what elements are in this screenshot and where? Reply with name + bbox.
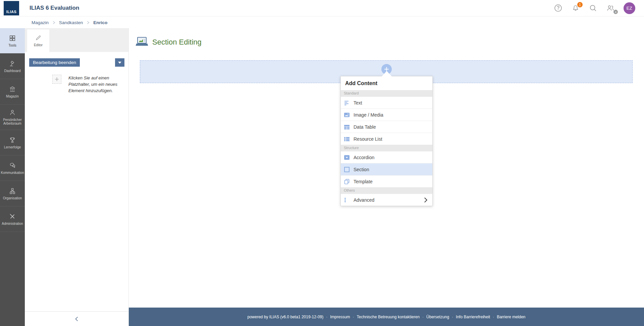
editor-panel: Editor Bearbeitung beenden Klicken Sie a… (25, 28, 129, 326)
group-label-others: Others (341, 187, 432, 194)
group-label-standard: Standard (341, 90, 432, 96)
page-header-title: ILIAS 6 Evaluation (30, 5, 79, 11)
notifications-button[interactable]: 1 (571, 4, 580, 12)
search-icon (589, 4, 597, 12)
breadcrumb-item-sandkasten[interactable]: Sandkasten (59, 20, 83, 25)
org-chart-icon (9, 187, 16, 195)
menu-item-section[interactable]: Section (341, 163, 432, 175)
app-window: ILIAS ILIAS 6 Evaluation 1 (0, 0, 644, 326)
sidebar-item-dashboard[interactable]: Dashboard (0, 54, 25, 79)
tab-editor[interactable]: Editor (27, 29, 49, 52)
pencil-icon (35, 35, 42, 41)
footer-link-barriere-melden[interactable]: Barriere melden (497, 315, 525, 319)
footer-link-uebersetzung[interactable]: Übersetzung (426, 315, 449, 319)
menu-item-label: Template (354, 179, 373, 184)
chat-bubbles-icon (9, 162, 16, 169)
menu-item-template[interactable]: Template (341, 175, 432, 187)
template-icon (344, 179, 350, 185)
menu-item-text[interactable]: Text (341, 96, 432, 109)
sidebar-item-label: Lernerfolge (3, 145, 22, 149)
group-label-structure: Structure (341, 145, 432, 151)
breadcrumb-item-enrico[interactable]: Enrico (93, 20, 107, 25)
top-header: ILIAS ILIAS 6 Evaluation 1 (0, 0, 644, 16)
footer-separator: · (353, 315, 354, 319)
collapse-panel-button[interactable] (25, 311, 128, 326)
editor-actions: Bearbeitung beenden (25, 58, 128, 67)
sidebar-item-tools[interactable]: Tools (0, 28, 25, 54)
sidebar-item-organisation[interactable]: Organisation (0, 181, 25, 206)
sidebar-item-label: Organisation (2, 196, 23, 200)
footer-link-info-barrierefreiheit[interactable]: Info Barrierefreiheit (456, 315, 490, 319)
awareness-button[interactable]: 4 (606, 4, 615, 12)
footer-link-powered-by[interactable]: powered by ILIAS (v6.0 beta1 2019-12-09) (247, 315, 323, 319)
menu-item-data-table[interactable]: Data Table (341, 121, 432, 133)
kebab-dots-icon (344, 197, 350, 203)
actions-dropdown-button[interactable] (115, 58, 124, 67)
menu-item-label: Text (354, 100, 362, 106)
content-page-icon (136, 37, 148, 47)
finish-editing-button[interactable]: Bearbeitung beenden (29, 58, 80, 67)
footer-link-technische-betreuung[interactable]: Technische Betreuung kontaktieren (357, 315, 420, 319)
sidebar-item-administration[interactable]: Administration (0, 206, 25, 232)
footer-separator: · (493, 315, 494, 319)
ilias-logo[interactable]: ILIAS (4, 1, 19, 15)
menu-item-label: Accordion (354, 155, 374, 160)
sidebar-item-label: Magazin (5, 94, 19, 98)
tools-grid-icon (9, 35, 16, 42)
chevron-right-icon (86, 21, 90, 24)
search-button[interactable] (589, 4, 597, 12)
menu-item-label: Section (354, 167, 369, 172)
sidebar-item-label: Dashboard (4, 69, 21, 73)
help-icon (554, 4, 562, 12)
footer-link-impressum[interactable]: Impressum (330, 315, 350, 319)
user-avatar[interactable]: EZ (624, 2, 635, 14)
header-icon-bar: 1 4 EZ (554, 2, 635, 14)
sidebar-item-lernerfolge[interactable]: Lernerfolge (0, 130, 25, 155)
add-placeholder-button[interactable] (52, 75, 61, 84)
menu-item-label: Resource List (354, 136, 382, 142)
ilias-logo-text: ILIAS (6, 10, 17, 14)
footer-separator: · (452, 315, 453, 319)
accordion-icon (344, 154, 350, 160)
crossed-tools-icon (9, 213, 16, 220)
awareness-count-badge: 4 (613, 10, 618, 14)
popover-notch (382, 71, 392, 76)
main-content: Section Editing Add Content Standard Tex… (129, 28, 644, 308)
page-title: Section Editing (152, 38, 202, 47)
sidebar-item-label: Tools (8, 44, 17, 47)
desk-lamp-icon (9, 60, 16, 67)
table-icon (344, 124, 350, 130)
text-lines-icon (344, 100, 350, 106)
list-icon (344, 136, 350, 142)
chevron-right-icon (422, 196, 429, 204)
menu-item-resource-list[interactable]: Resource List (341, 133, 432, 145)
footer-bar: powered by ILIAS (v6.0 beta1 2019-12-09)… (129, 308, 644, 326)
breadcrumb-item-magazin[interactable]: Magazin (32, 20, 49, 25)
menu-item-advanced[interactable]: Advanced (341, 194, 432, 206)
menu-item-label: Advanced (354, 197, 374, 203)
sidebar-item-persoenlicher-arbeitsraum[interactable]: Persönlicher Arbeitsraum (0, 105, 25, 130)
breadcrumb: Magazin Sandkasten Enrico (0, 17, 644, 28)
plus-icon (55, 77, 59, 81)
sidebar-item-kommunikation[interactable]: Kommunikation (0, 155, 25, 181)
placeholder-hint-row: Klicken Sie auf einen Platzhalter, um ei… (25, 75, 128, 94)
chevron-down-icon (118, 62, 121, 64)
sidebar-item-label: Persönlicher Arbeitsraum (0, 118, 25, 125)
main-sidebar: Tools Dashboard Magazin Persönlicher Arb… (0, 28, 25, 326)
placeholder-hint-text: Klicken Sie auf einen Platzhalter, um ei… (68, 75, 122, 94)
bank-building-icon (9, 85, 16, 93)
menu-item-label: Data Table (354, 124, 376, 130)
chevron-left-icon (73, 316, 80, 322)
popover-title: Add Content (341, 76, 432, 90)
menu-item-accordion[interactable]: Accordion (341, 151, 432, 163)
footer-separator: · (422, 315, 424, 319)
add-content-popover: Add Content Standard Text (340, 76, 433, 206)
menu-item-image-media[interactable]: Image / Media (341, 109, 432, 121)
page-head: Section Editing (136, 37, 644, 47)
person-icon (9, 109, 16, 116)
notification-count-badge: 1 (577, 2, 583, 7)
help-button[interactable] (554, 4, 562, 12)
trophy-icon (9, 136, 16, 144)
menu-item-label: Image / Media (354, 112, 383, 118)
sidebar-item-magazin[interactable]: Magazin (0, 79, 25, 105)
